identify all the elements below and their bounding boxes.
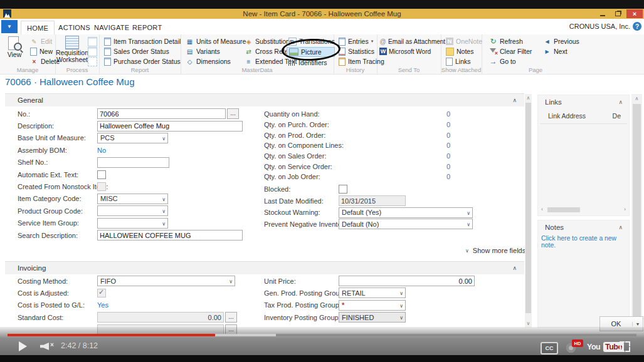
- field-label-standard-cost: Standard Cost:: [18, 314, 97, 321]
- qty-purch-value[interactable]: 0: [399, 121, 450, 128]
- units-of-measure-button[interactable]: ▦Units of Measure: [182, 36, 246, 46]
- ok-dropdown-caret[interactable]: ▼: [632, 322, 643, 326]
- create-new-note-link[interactable]: Click here to create a new note.: [538, 232, 629, 249]
- sales-order-status-button[interactable]: Sales Order Status: [100, 46, 181, 56]
- show-more-fields-link[interactable]: ∨ Show more fields: [465, 247, 525, 254]
- qty-prod-value[interactable]: 0: [399, 132, 450, 139]
- collapse-general-icon[interactable]: ∧: [512, 97, 517, 103]
- window-scrollbar[interactable]: ∧ ∨: [631, 94, 642, 331]
- qty-component-value[interactable]: 0: [399, 142, 450, 149]
- window-scrollbar-thumb[interactable]: [633, 104, 641, 317]
- view-button[interactable]: View: [3, 36, 26, 58]
- shelf-no-input[interactable]: [97, 157, 169, 168]
- section-header-invoicing[interactable]: Invoicing ∧: [5, 261, 524, 274]
- next-button[interactable]: ▶Next: [539, 46, 579, 56]
- scroll-up-icon[interactable]: ∧: [525, 95, 532, 101]
- email-as-attachment-button[interactable]: @Email as Attachment: [377, 36, 445, 46]
- search-description-input[interactable]: [97, 230, 243, 240]
- general-left-fields: No.: ... Description: Base Unit of Measu…: [18, 108, 254, 241]
- restore-button[interactable]: [611, 9, 625, 18]
- links-hscrollbar[interactable]: ‹ ›: [540, 207, 627, 213]
- scroll-down-icon[interactable]: ∨: [525, 321, 532, 326]
- microsoft-word-button[interactable]: WMicrosoft Word: [377, 46, 445, 56]
- product-group-select[interactable]: ∨: [97, 205, 168, 216]
- collapse-invoicing-icon[interactable]: ∧: [512, 265, 517, 271]
- links-col-description[interactable]: De: [613, 112, 621, 120]
- item-category-select[interactable]: MISC∨: [97, 194, 168, 204]
- group-label-sendto: Send To: [377, 66, 441, 73]
- description-input[interactable]: [97, 121, 243, 132]
- collapse-links-icon[interactable]: ∧: [618, 99, 623, 105]
- minimize-button[interactable]: [595, 9, 610, 18]
- window-title: New - Item Card - 70066 - Halloween Coff…: [0, 10, 644, 18]
- next-icon: ▶: [543, 49, 551, 54]
- go-to-button[interactable]: →Go to: [485, 56, 532, 66]
- field-label-cost-posted: Cost is Posted to G/L:: [18, 301, 97, 309]
- purchase-order-status-button[interactable]: Purchase Order Status: [100, 56, 181, 66]
- help-icon[interactable]: ?: [633, 22, 641, 31]
- video-progress-bar[interactable]: [8, 334, 636, 336]
- process-tool-button-3[interactable]: [88, 57, 97, 66]
- delete-icon: ×: [30, 58, 38, 65]
- stockout-warning-select[interactable]: Default (Yes)∨: [339, 207, 473, 218]
- field-label-qty-on-hand: Quantity on Hand:: [264, 110, 399, 118]
- requisition-worksheet-button[interactable]: Requisition Worksheet: [56, 36, 88, 63]
- scroll-right-icon[interactable]: ›: [624, 206, 626, 212]
- no-lookup-button[interactable]: ...: [227, 108, 239, 119]
- field-label-qty-purch: Qty. on Purch. Order:: [264, 121, 399, 128]
- blocked-checkbox[interactable]: [339, 185, 347, 194]
- previous-button[interactable]: ◀Previous: [539, 36, 579, 46]
- last-date-modified-input: [339, 195, 406, 206]
- gen-prod-posting-group-select[interactable]: RETAIL∨: [339, 287, 406, 298]
- clear-filter-button[interactable]: ×Clear Filter: [485, 46, 532, 56]
- scroll-left-icon[interactable]: ‹: [541, 206, 543, 212]
- standard-cost-assist-button[interactable]: ...: [225, 312, 237, 323]
- captions-button[interactable]: CC: [541, 342, 558, 354]
- fullscreen-button[interactable]: [620, 341, 630, 352]
- tab-home[interactable]: HOME: [21, 21, 55, 35]
- application-menu-button[interactable]: ▼: [1, 20, 18, 33]
- notes-button[interactable]: Notes: [442, 46, 482, 56]
- qty-service-value[interactable]: 0: [399, 163, 450, 170]
- item-transaction-detail-button[interactable]: Item Transaction Detail: [100, 36, 181, 46]
- close-button[interactable]: ×: [626, 9, 643, 18]
- section-header-general[interactable]: General ∧: [5, 93, 524, 106]
- dimensions-button[interactable]: ◇Dimensions: [182, 56, 246, 66]
- process-tool-button-1[interactable]: [88, 37, 97, 46]
- process-tool-button-2[interactable]: [88, 47, 97, 56]
- qty-job-value[interactable]: 0: [399, 173, 450, 180]
- field-label-description: Description:: [18, 122, 97, 130]
- no-input[interactable]: [97, 108, 226, 119]
- base-uom-select[interactable]: PCS∨: [97, 133, 168, 143]
- group-label-manage: Manage: [0, 66, 55, 73]
- links-button[interactable]: Links: [442, 56, 482, 66]
- qty-on-hand-value[interactable]: 0: [399, 110, 450, 118]
- field-label-unit-price: Unit Price:: [264, 277, 339, 285]
- assembly-bom-link[interactable]: No: [97, 147, 254, 154]
- cost-posted-link[interactable]: Yes: [97, 301, 254, 309]
- content-scrollbar-thumb[interactable]: [525, 103, 531, 313]
- prevent-negative-inventory-select[interactable]: Default (No)∨: [339, 219, 473, 229]
- tab-report[interactable]: REPORT: [127, 21, 167, 34]
- youtube-logo-you[interactable]: You: [587, 343, 600, 351]
- inventory-posting-group-select[interactable]: FINISHED∨: [339, 312, 406, 323]
- refresh-button[interactable]: ↻Refresh: [485, 36, 532, 46]
- tax-prod-posting-group-select[interactable]: *∨: [339, 300, 406, 311]
- links-col-link-address[interactable]: Link Address: [548, 112, 586, 120]
- scroll-up-icon[interactable]: ∧: [631, 96, 642, 101]
- volume-muted-icon[interactable]: [40, 343, 49, 350]
- auto-ext-text-checkbox[interactable]: [97, 170, 106, 179]
- field-label-inv-posting: Inventory Posting Group:: [264, 314, 339, 321]
- field-label-service-item-group: Service Item Group:: [18, 219, 97, 227]
- costing-method-select[interactable]: FIFO∨: [97, 276, 235, 286]
- clear-filter-icon: ×: [489, 48, 497, 55]
- qty-sales-value[interactable]: 0: [399, 152, 450, 160]
- play-button[interactable]: [19, 341, 27, 351]
- service-item-group-select[interactable]: ∨: [97, 218, 168, 229]
- unit-price-input[interactable]: [339, 276, 475, 286]
- onenote-button[interactable]: NOneNote: [442, 36, 482, 46]
- variants-button[interactable]: ▤Variants: [182, 46, 246, 56]
- links-hscrollbar-thumb[interactable]: [547, 207, 580, 212]
- collapse-notes-icon[interactable]: ∧: [618, 224, 623, 230]
- content-scrollbar[interactable]: ∧ ∨: [525, 94, 532, 328]
